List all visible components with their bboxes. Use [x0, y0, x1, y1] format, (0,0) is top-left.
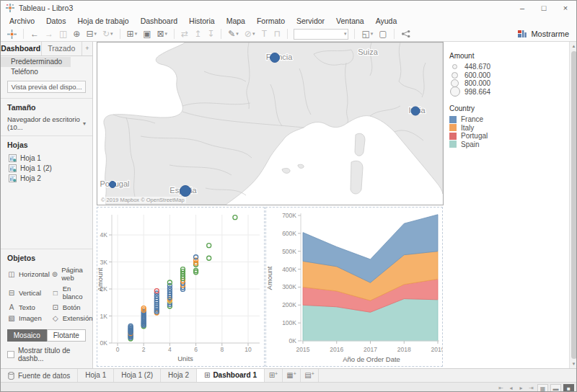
scatter-zone[interactable]: 02468100K1K2K3K4KUnitsAmount [97, 207, 265, 367]
floating-button[interactable]: Flotante [47, 329, 87, 342]
previous-sheet-button[interactable]: ◂ [507, 385, 515, 391]
format-button[interactable]: ⊘▾ [242, 27, 258, 40]
new-worksheet-button[interactable]: ⊞▾ [124, 27, 141, 40]
toolbar-combobox-input[interactable] [294, 30, 343, 38]
show-mark-labels-button[interactable]: T [257, 27, 270, 40]
sheet-hoja-1[interactable]: Hoja 1 [7, 153, 86, 163]
size-legend-item[interactable]: 998.664 [449, 88, 565, 97]
tab-hoja-1-2[interactable]: Hoja 1 (2) [114, 369, 161, 382]
sort-ascending-button[interactable]: ↥ [191, 27, 204, 40]
clear-sheet-button[interactable]: ⊠▾ [154, 27, 170, 40]
area-chart[interactable]: 0K100K200K300K400K500K600K700K2015201620… [266, 208, 442, 366]
tiled-button[interactable]: Mosaico [7, 329, 47, 342]
map-mark-spain[interactable] [180, 186, 191, 197]
object-horizontal[interactable]: ◫Horizontal [7, 266, 50, 282]
device-default[interactable]: Predeterminado [1, 57, 71, 67]
new-story-tab-button[interactable]: ▤+ [301, 369, 319, 382]
pane-pin-icon[interactable]: + [82, 42, 92, 55]
show-dashboard-title-checkbox[interactable] [7, 351, 14, 358]
area-x-tick: 2016 [330, 346, 343, 353]
vertical-scrollbar[interactable]: ▲ ▼ [569, 42, 577, 368]
menu-hoja-de-trabajo[interactable]: Hoja de trabajo [71, 17, 134, 25]
toolbar-combobox[interactable]: ▾ [294, 29, 348, 40]
tab-hoja-1[interactable]: Hoja 1 [78, 369, 114, 382]
area-zone[interactable]: 0K100K200K300K400K500K600K700K2015201620… [265, 207, 443, 367]
object-en-blanco[interactable]: □En blanco [51, 285, 93, 300]
color-legend-item-italy[interactable]: Italy [449, 124, 565, 133]
map-mark-france[interactable] [270, 53, 280, 63]
menu-servidor[interactable]: Servidor [291, 17, 330, 25]
pause-auto-updates-button[interactable]: ⊟▾ [83, 27, 100, 40]
redo-button[interactable]: → [42, 27, 56, 40]
show-filmstrip-button[interactable]: ▬ [550, 384, 561, 392]
color-legend-item-portugal[interactable]: Portugal [449, 132, 565, 141]
undo-button[interactable]: ← [27, 27, 42, 40]
scatter-mark[interactable] [233, 215, 237, 220]
imagen-icon: ▧ [7, 314, 16, 322]
show-tabs-button[interactable]: ▦ [537, 384, 548, 392]
menu-historia[interactable]: Historia [183, 17, 221, 25]
scatter-chart[interactable]: 02468100K1K2K3K4KUnitsAmount [97, 208, 264, 366]
tab-fuente-de-datos[interactable]: Fuente de datos [1, 369, 78, 382]
minimize-button[interactable]: – [511, 1, 533, 15]
scrollbar-thumb[interactable] [571, 51, 577, 359]
map-zone[interactable]: FranciaSuizaItaliaPortugalEspaña © 2019 … [97, 42, 444, 205]
object-texto[interactable]: ATexto [7, 303, 50, 311]
save-button[interactable]: ◫ [56, 27, 70, 40]
size-select[interactable]: Navegador de escritorio (10... ▾ [7, 115, 86, 131]
sheet-hoja-1-2[interactable]: Hoja 1 (2) [7, 163, 86, 173]
fit-button[interactable]: ◱▾ [358, 27, 376, 40]
tableau-home-button[interactable] [4, 30, 19, 39]
new-worksheet-tab-button[interactable]: ⊞+ [265, 369, 283, 382]
new-data-source-button[interactable]: ⊕ [70, 27, 83, 40]
object-extensión[interactable]: ◇Extensión [51, 314, 93, 322]
close-button[interactable]: × [555, 1, 576, 15]
new-dashboard-tab-button[interactable]: ▦+ [283, 369, 301, 382]
menu-ventana[interactable]: Ventana [330, 17, 370, 25]
menu-ayuda[interactable]: Ayuda [370, 17, 403, 25]
tab-trazado[interactable]: Trazado [42, 42, 83, 55]
object-botón[interactable]: ⊡Botón [51, 303, 93, 311]
map-mark-italy[interactable] [411, 107, 420, 115]
highlight-button[interactable]: ✎▾ [225, 27, 242, 40]
maximize-button[interactable]: □ [533, 1, 555, 15]
menu-datos[interactable]: Datos [40, 17, 71, 25]
object-vertical[interactable]: ⊟Vertical [7, 285, 50, 300]
swap-rows-columns-button[interactable]: ⇄ [178, 27, 191, 40]
symbol-map[interactable]: FranciaSuizaItaliaPortugalEspaña [97, 43, 443, 205]
object-imagen[interactable]: ▧Imagen [7, 314, 50, 322]
scatter-mark[interactable] [207, 244, 211, 248]
map-mark-portugal[interactable] [110, 182, 116, 188]
show-me-button[interactable]: Mostrarme [518, 30, 576, 38]
tab-dashboard[interactable]: Dashboard [1, 42, 42, 55]
share-button[interactable] [398, 30, 413, 38]
menu-archivo[interactable]: Archivo [4, 17, 40, 25]
new-worksheet-tab-icon: ⊞ [269, 371, 275, 379]
next-sheet-button[interactable]: ▸ [517, 385, 525, 391]
duplicate-sheet-button[interactable]: ▣ [140, 27, 154, 40]
color-legend-item-france[interactable]: France [449, 115, 565, 124]
tab-hoja-2[interactable]: Hoja 2 [161, 369, 197, 382]
sort-descending-button[interactable]: ↧ [204, 27, 217, 40]
object-página-web[interactable]: ⊚Página web [51, 266, 93, 282]
size-legend-item[interactable]: 448.670 [449, 63, 565, 71]
sheet-hoja-2[interactable]: Hoja 2 [7, 173, 86, 183]
menu-dashboard[interactable]: Dashboard [135, 17, 183, 25]
presentation-mode-button[interactable]: ▢ [376, 27, 389, 40]
last-sheet-button[interactable]: ⇥ [527, 385, 535, 391]
size-legend-item[interactable]: 800.000 [449, 79, 565, 88]
show-sheet-sorter-button[interactable]: ■ [563, 384, 574, 392]
device-preview-button[interactable]: Vista previa del dispo... [7, 81, 86, 93]
color-legend-item-spain[interactable]: Spain [449, 141, 565, 149]
scroll-up-icon[interactable]: ▲ [572, 42, 576, 50]
scatter-mark[interactable] [207, 256, 211, 260]
device-phone[interactable]: Teléfono [1, 67, 71, 77]
menu-formato[interactable]: Formato [251, 17, 291, 25]
tab-dashboard-1[interactable]: ⊞Dashboard 1 [197, 369, 265, 382]
first-sheet-button[interactable]: ⇤ [497, 385, 505, 391]
menu-mapa[interactable]: Mapa [221, 17, 251, 25]
size-legend-item[interactable]: 600.000 [449, 71, 565, 80]
scroll-down-icon[interactable]: ▼ [572, 360, 576, 368]
fix-axes-button[interactable]: ⊓ [270, 27, 283, 40]
run-auto-updates-button[interactable]: ↻▾ [100, 27, 116, 40]
